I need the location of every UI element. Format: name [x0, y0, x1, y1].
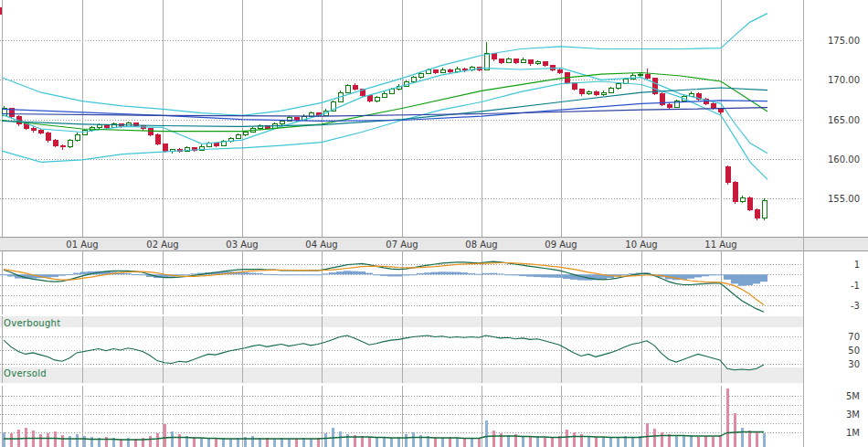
- macd-axis-label: -3: [851, 301, 860, 311]
- price-axis-label: 175.00: [828, 36, 860, 46]
- date-axis-label: 04 Aug: [305, 239, 337, 250]
- overlay-bollinger-upper: [2, 14, 767, 116]
- volume-axis-label: 1M: [846, 428, 860, 438]
- chart-render-root: 175.00170.00165.00160.00155.001-1-370503…: [0, 0, 868, 447]
- price-axis-label: 170.00: [828, 75, 860, 85]
- macd-axis-label: 1: [854, 260, 860, 270]
- date-axis-label: 09 Aug: [545, 239, 577, 250]
- date-axis-label: 01 Aug: [66, 239, 98, 250]
- price-axis-label: 155.00: [828, 194, 860, 204]
- date-axis-label: 07 Aug: [386, 239, 418, 250]
- rsi-axis-label: 70: [848, 332, 860, 342]
- volume-axis-label: 5M: [846, 391, 860, 401]
- volume-axis: 5M3M1M: [0, 391, 860, 438]
- rsi-axis: 705030: [0, 332, 860, 369]
- date-axis-labels: 01 Aug02 Aug03 Aug04 Aug07 Aug08 Aug09 A…: [66, 239, 736, 250]
- volume-axis-label: 3M: [846, 410, 860, 420]
- date-axis-label: 11 Aug: [704, 239, 736, 250]
- chart-canvas: 175.00170.00165.00160.00155.001-1-370503…: [0, 0, 868, 447]
- rsi-axis-label: 50: [848, 346, 860, 356]
- stock-chart: 175.00170.00165.00160.00155.001-1-370503…: [0, 0, 868, 447]
- rsi-line: [4, 335, 764, 370]
- date-axis-strip: [0, 238, 868, 251]
- overlay-ma-100: [2, 101, 767, 122]
- macd-line-macd: [4, 261, 764, 312]
- overbought-label: Overbought: [4, 318, 60, 328]
- price-axis-label: 160.00: [828, 154, 860, 165]
- macd-line-signal: [4, 263, 764, 305]
- date-axis-label: 10 Aug: [625, 239, 657, 250]
- date-axis-label: 02 Aug: [146, 239, 178, 250]
- date-axis-label: 08 Aug: [465, 239, 497, 250]
- rsi-axis-label: 30: [848, 359, 860, 369]
- oversold-label: Oversold: [4, 368, 47, 378]
- macd-lines: [4, 261, 764, 312]
- date-axis-label: 03 Aug: [226, 239, 258, 250]
- volume-bars: [3, 388, 766, 447]
- price-axis-label: 165.00: [828, 115, 860, 125]
- macd-axis-label: -1: [851, 281, 860, 291]
